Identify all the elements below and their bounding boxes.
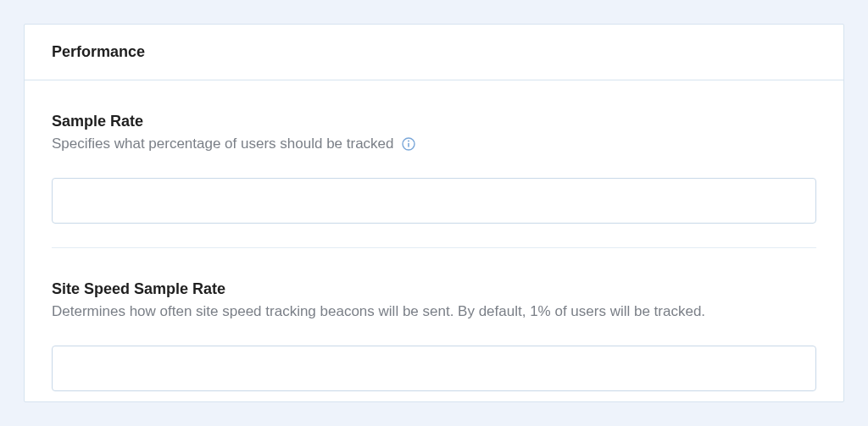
site-speed-sample-rate-label: Site Speed Sample Rate xyxy=(52,280,816,298)
sample-rate-description: Specifies what percentage of users shoul… xyxy=(52,134,394,154)
panel-title: Performance xyxy=(52,43,816,61)
site-speed-sample-rate-desc-row: Determines how often site speed tracking… xyxy=(52,302,816,322)
panel-body: Sample Rate Specifies what percentage of… xyxy=(25,80,843,408)
sample-rate-input[interactable] xyxy=(52,178,816,224)
site-speed-sample-rate-description: Determines how often site speed tracking… xyxy=(52,302,705,322)
sample-rate-desc-row: Specifies what percentage of users shoul… xyxy=(52,134,816,154)
performance-panel: Performance Sample Rate Specifies what p… xyxy=(24,24,844,402)
sample-rate-label: Sample Rate xyxy=(52,113,816,130)
panel-header: Performance xyxy=(25,25,843,80)
site-speed-sample-rate-field: Site Speed Sample Rate Determines how of… xyxy=(52,248,816,391)
svg-point-1 xyxy=(408,140,409,141)
info-icon[interactable] xyxy=(401,136,416,152)
svg-rect-2 xyxy=(408,143,409,147)
site-speed-sample-rate-input[interactable] xyxy=(52,346,816,391)
sample-rate-field: Sample Rate Specifies what percentage of… xyxy=(52,80,816,224)
